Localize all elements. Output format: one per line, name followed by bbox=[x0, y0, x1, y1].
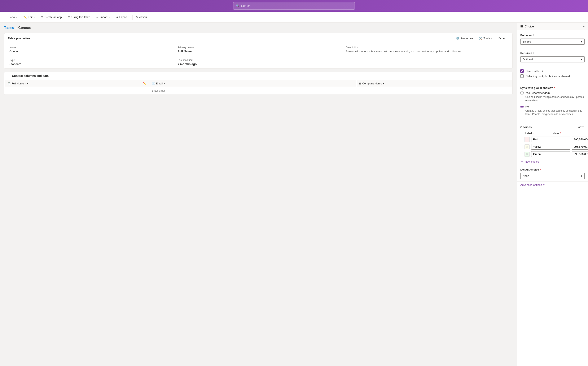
sync-required-marker: * bbox=[554, 86, 555, 90]
multiple-choices-checkbox[interactable] bbox=[520, 74, 524, 78]
prop-type: Type Standard bbox=[6, 56, 174, 68]
company-icon: ⊞ bbox=[359, 82, 361, 85]
breadcrumb: Tables › Contact bbox=[4, 26, 512, 30]
sync-yes-item: Yes (recommended) Can be used in multipl… bbox=[520, 91, 585, 102]
sync-yes-row: Yes (recommended) bbox=[520, 91, 585, 94]
import-icon: ⇐ bbox=[96, 15, 99, 19]
edit-icon: ✏️ bbox=[23, 15, 27, 19]
color-swatch-yellow[interactable]: ✕ bbox=[525, 144, 529, 149]
breadcrumb-tables-link[interactable]: Tables bbox=[4, 26, 14, 30]
value-col-header: Value * bbox=[553, 132, 578, 135]
col-full-name[interactable]: 📋 Full Name ↑ ▾ bbox=[5, 80, 140, 87]
full-name-icon: 📋 bbox=[7, 82, 11, 85]
chevron-icon: ▾ bbox=[27, 82, 29, 85]
required-section: Required ℹ Optional ▾ bbox=[517, 48, 588, 66]
choice-label-green[interactable] bbox=[531, 151, 570, 157]
using-table-icon: ⊡ bbox=[68, 15, 70, 19]
export-button[interactable]: ⇒ Export ▾ bbox=[114, 14, 132, 20]
tools-button[interactable]: 🛠️ Tools ▾ bbox=[477, 36, 495, 41]
choice-value-red[interactable] bbox=[572, 137, 588, 142]
required-select[interactable]: Optional ▾ bbox=[520, 56, 585, 62]
behavior-select[interactable]: Simple ▾ bbox=[520, 38, 585, 45]
required-info-icon[interactable]: ℹ bbox=[533, 52, 534, 55]
export-chevron-icon: ▾ bbox=[129, 16, 130, 18]
choice-type-icon: ☰ bbox=[520, 25, 523, 28]
properties-icon: ⚙️ bbox=[456, 37, 459, 40]
choice-row-yellow: ⠿ ✕ ⋮ bbox=[517, 143, 588, 150]
searchable-section: Searchable ℹ Selecting multiple choices … bbox=[517, 66, 588, 83]
sort-button[interactable]: Sort ▾ bbox=[576, 125, 585, 130]
scheduled-button[interactable]: Sche... bbox=[496, 36, 509, 41]
sync-yes-label[interactable]: Yes (recommended) bbox=[525, 91, 550, 94]
email-input[interactable] bbox=[152, 89, 354, 92]
tools-chevron-icon: ▾ bbox=[491, 37, 493, 40]
choice-label-red[interactable] bbox=[531, 137, 570, 142]
using-table-button[interactable]: ⊡ Using this table bbox=[66, 14, 92, 20]
choice-label-yellow[interactable] bbox=[531, 144, 570, 150]
separator-2 bbox=[38, 15, 38, 20]
new-button[interactable]: ＋ New ▾ bbox=[3, 14, 19, 20]
advanced-button[interactable]: ⊕ Advan... bbox=[133, 14, 151, 20]
advanced-icon: ⊕ bbox=[136, 15, 138, 19]
edit-chevron-icon: ▾ bbox=[34, 16, 35, 18]
create-app-button[interactable]: ⊞ Create an app bbox=[39, 14, 64, 20]
table-properties-card: Table properties ⚙️ Properties 🛠️ Tools … bbox=[4, 33, 512, 69]
default-choice-select[interactable]: None ▾ bbox=[520, 173, 585, 179]
type-inner: ☰ Choice bbox=[520, 25, 534, 28]
table-properties-header: Table properties ⚙️ Properties 🛠️ Tools … bbox=[4, 33, 512, 43]
sync-label: Sync with global choice? * bbox=[520, 86, 585, 90]
required-chevron-icon: ▾ bbox=[581, 58, 582, 61]
col-company-name[interactable]: ⊞ Company Name ▾ bbox=[357, 80, 512, 87]
searchable-checkbox[interactable] bbox=[520, 69, 524, 73]
cell-full-name bbox=[5, 87, 140, 94]
behavior-info-icon[interactable]: ℹ bbox=[533, 34, 534, 37]
multiple-choices-label[interactable]: Selecting multiple choices is allowed bbox=[526, 75, 570, 78]
table-properties-title: Table properties bbox=[8, 37, 31, 40]
choice-value-yellow[interactable] bbox=[572, 144, 588, 150]
top-bar: 🔍 bbox=[0, 0, 588, 12]
cell-email[interactable] bbox=[149, 87, 356, 94]
new-choice-button[interactable]: ＋ New choice bbox=[517, 158, 542, 166]
choice-row-green: ⠿ ✕ ⋮ bbox=[517, 150, 588, 158]
col-edit: ✏️ bbox=[140, 80, 149, 87]
plus-icon: ＋ bbox=[520, 160, 524, 164]
separator-1 bbox=[20, 15, 20, 20]
sync-no-radio[interactable] bbox=[520, 105, 524, 108]
separator-4 bbox=[93, 15, 93, 20]
advanced-chevron-icon: ▾ bbox=[543, 183, 545, 186]
label-col-header: Label * bbox=[525, 132, 551, 135]
search-box[interactable]: 🔍 bbox=[233, 2, 355, 10]
sort-chevron-icon: ▾ bbox=[582, 125, 584, 129]
properties-button[interactable]: ⚙️ Properties bbox=[454, 36, 475, 41]
advanced-options-button[interactable]: Advanced options ▾ bbox=[517, 182, 588, 188]
right-panel: ☰ Choice ▾ Behavior ℹ Simple ▾ Required … bbox=[517, 23, 588, 366]
sync-yes-radio[interactable] bbox=[520, 91, 524, 94]
data-table-icon: ⊞ bbox=[8, 74, 10, 77]
col-email[interactable]: ✉️ Email ▾ bbox=[149, 80, 356, 87]
swatch-x-icon-green: ✕ bbox=[526, 153, 528, 156]
drag-handle-yellow[interactable]: ⠿ bbox=[520, 145, 523, 149]
drag-handle-red[interactable]: ⠿ bbox=[520, 137, 523, 141]
contact-data-table: 📋 Full Name ↑ ▾ ✏️ ✉️ E bbox=[4, 80, 512, 94]
multiple-choices-row: Selecting multiple choices is allowed bbox=[520, 74, 585, 78]
prop-last-modified: Last modified 7 months ago bbox=[174, 56, 343, 68]
searchable-label[interactable]: Searchable bbox=[526, 69, 540, 73]
prop-name: Name Contact bbox=[6, 43, 174, 55]
type-chevron-icon[interactable]: ▾ bbox=[583, 25, 585, 28]
searchable-row: Searchable ℹ bbox=[520, 69, 585, 73]
table-header-row: 📋 Full Name ↑ ▾ ✏️ ✉️ E bbox=[5, 80, 512, 87]
color-swatch-green[interactable]: ✕ bbox=[525, 152, 529, 157]
edit-button[interactable]: ✏️ Edit ▾ bbox=[21, 14, 37, 20]
choice-value-green[interactable] bbox=[572, 151, 588, 157]
search-input[interactable] bbox=[241, 4, 352, 8]
sync-no-item: No Creates a local choice that can only … bbox=[520, 105, 585, 116]
sync-no-label[interactable]: No bbox=[525, 105, 529, 108]
required-label: Required ℹ bbox=[520, 52, 585, 55]
sync-no-row: No bbox=[520, 105, 585, 108]
drag-handle-green[interactable]: ⠿ bbox=[520, 152, 523, 156]
color-swatch-red[interactable]: ✕ bbox=[525, 137, 529, 142]
import-button[interactable]: ⇐ Import ▾ bbox=[94, 14, 112, 20]
default-choice-section: Default choice * None ▾ bbox=[517, 166, 588, 182]
data-table-card: ⊞ Contact columns and data 📋 Full Name ↑… bbox=[4, 72, 512, 95]
searchable-info-icon[interactable]: ℹ bbox=[542, 69, 543, 73]
